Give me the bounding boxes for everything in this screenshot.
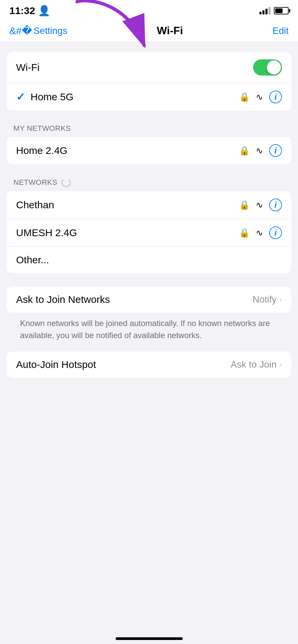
ask-to-join-value-group: Notify › bbox=[252, 294, 282, 305]
umesh-row[interactable]: UMESH 2.4G 🔒 ∿ i bbox=[7, 219, 291, 247]
connected-network-name: Home 5G bbox=[31, 91, 73, 103]
connected-network-row[interactable]: ✓ Home 5G 🔒 ∿ i bbox=[7, 83, 291, 111]
battery-icon bbox=[274, 7, 289, 14]
back-button[interactable]: &#� Settings bbox=[9, 25, 67, 36]
home-2-4g-right: 🔒 ∿ i bbox=[239, 144, 282, 157]
ask-to-join-label: Ask to Join Networks bbox=[16, 294, 110, 305]
wifi-signal-icon-2-4g: ∿ bbox=[256, 146, 263, 156]
page-title: Wi-Fi bbox=[157, 24, 183, 37]
my-networks-section: MY NETWORKS Home 2.4G 🔒 ∿ i bbox=[0, 124, 298, 164]
ask-to-join-row[interactable]: Ask to Join Networks Notify › bbox=[7, 286, 291, 313]
chethan-right: 🔒 ∿ i bbox=[239, 199, 282, 211]
auto-join-section: Auto-Join Hotspot Ask to Join › bbox=[7, 352, 291, 378]
back-chevron-icon: &#� bbox=[9, 26, 32, 36]
lock-icon-2-4g: 🔒 bbox=[239, 146, 250, 156]
wifi-signal-icon: ∿ bbox=[256, 92, 263, 102]
info-button-umesh[interactable]: i bbox=[269, 226, 282, 239]
ask-to-join-value: Notify bbox=[252, 294, 277, 305]
networks-label: NETWORKS bbox=[0, 178, 298, 191]
wifi-toggle-row: Wi-Fi bbox=[7, 52, 291, 83]
lock-icon: 🔒 bbox=[239, 92, 250, 102]
chethan-name: Chethan bbox=[16, 199, 54, 211]
back-label: Settings bbox=[34, 25, 67, 36]
umesh-name: UMESH 2.4G bbox=[16, 227, 77, 238]
connected-network-right: 🔒 ∿ i bbox=[239, 91, 282, 103]
toggle-knob bbox=[267, 60, 281, 74]
my-networks-label: MY NETWORKS bbox=[0, 124, 298, 137]
checkmark-icon: ✓ bbox=[16, 91, 25, 103]
auto-join-value: Ask to Join bbox=[231, 359, 277, 370]
info-button-home5g[interactable]: i bbox=[269, 91, 282, 103]
ask-to-join-description: Known networks will be joined automatica… bbox=[7, 313, 291, 348]
wifi-card: Wi-Fi ✓ Home 5G 🔒 ∿ i bbox=[7, 52, 291, 111]
auto-join-card: Auto-Join Hotspot Ask to Join › bbox=[7, 352, 291, 378]
signal-bars-icon bbox=[259, 7, 271, 14]
other-row[interactable]: Other... bbox=[7, 247, 291, 273]
ask-to-join-card: Ask to Join Networks Notify › bbox=[7, 286, 291, 313]
wifi-label-group: Wi-Fi bbox=[16, 62, 40, 73]
wifi-toggle-section: Wi-Fi ✓ Home 5G 🔒 ∿ i bbox=[0, 52, 298, 111]
home-2-4g-row[interactable]: Home 2.4G 🔒 ∿ i bbox=[7, 137, 291, 164]
lock-icon-chethan: 🔒 bbox=[239, 200, 250, 210]
ask-to-join-section: Ask to Join Networks Notify › Known netw… bbox=[7, 286, 291, 348]
auto-join-value-group: Ask to Join › bbox=[231, 359, 282, 370]
auto-join-label: Auto-Join Hotspot bbox=[16, 359, 96, 370]
connected-network-left: ✓ Home 5G bbox=[16, 91, 73, 103]
loading-spinner bbox=[61, 178, 71, 187]
chevron-right-icon: › bbox=[279, 295, 282, 304]
home-2-4g-left: Home 2.4G bbox=[16, 145, 67, 156]
other-left: Other... bbox=[16, 254, 49, 266]
chevron-right-icon-2: › bbox=[279, 360, 282, 369]
wifi-signal-icon-chethan: ∿ bbox=[256, 200, 263, 210]
wifi-label: Wi-Fi bbox=[16, 62, 40, 73]
home-indicator bbox=[116, 637, 183, 640]
chethan-row[interactable]: Chethan 🔒 ∿ i bbox=[7, 191, 291, 219]
time-display: 11:32 bbox=[9, 5, 35, 16]
status-icons bbox=[259, 7, 289, 14]
status-bar: 11:32 👤 bbox=[0, 0, 298, 20]
my-networks-card: Home 2.4G 🔒 ∿ i bbox=[7, 137, 291, 164]
home-2-4g-name: Home 2.4G bbox=[16, 145, 67, 156]
info-button-chethan[interactable]: i bbox=[269, 199, 282, 211]
umesh-right: 🔒 ∿ i bbox=[239, 226, 282, 239]
auto-join-row[interactable]: Auto-Join Hotspot Ask to Join › bbox=[7, 352, 291, 378]
info-button-home2-4g[interactable]: i bbox=[269, 144, 282, 157]
chethan-left: Chethan bbox=[16, 199, 54, 211]
umesh-left: UMESH 2.4G bbox=[16, 227, 77, 238]
status-time-group: 11:32 👤 bbox=[9, 5, 50, 16]
wifi-toggle[interactable] bbox=[253, 59, 282, 75]
nav-bar: &#� Settings Wi-Fi Edit bbox=[0, 20, 298, 42]
lock-icon-umesh: 🔒 bbox=[239, 228, 250, 238]
main-content: Wi-Fi ✓ Home 5G 🔒 ∿ i bbox=[0, 42, 298, 391]
networks-section: NETWORKS Chethan 🔒 ∿ i UMESH 2.4G bbox=[0, 178, 298, 273]
networks-card: Chethan 🔒 ∿ i UMESH 2.4G 🔒 ∿ i bbox=[7, 191, 291, 273]
other-name: Other... bbox=[16, 254, 49, 266]
person-icon: 👤 bbox=[38, 5, 50, 16]
wifi-signal-icon-umesh: ∿ bbox=[256, 228, 263, 238]
edit-button[interactable]: Edit bbox=[273, 25, 289, 36]
